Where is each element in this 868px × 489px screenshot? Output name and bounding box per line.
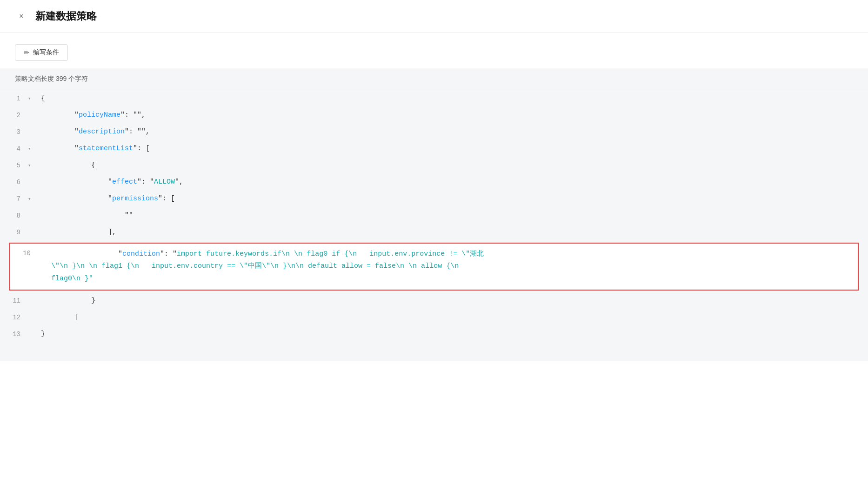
line-number-4: 4 [0,141,28,156]
line-content-11: } [37,293,868,308]
line-content-12: ] [37,310,868,325]
code-line-9: 9 ], [0,224,868,241]
line-toggle-1[interactable]: ▾ [28,91,37,106]
line-toggle-4[interactable]: ▾ [28,141,37,156]
pen-icon: ✏ [24,49,29,56]
close-icon: × [19,12,23,20]
line-number-10: 10 [10,248,38,259]
code-editor[interactable]: 1 ▾ { 2 "policyName": "", 3 "description… [0,90,868,361]
line-number-1: 1 [0,91,28,106]
line-content-13: } [37,327,868,342]
highlighted-block: 10 "condition": "import future.keywords.… [9,243,859,291]
line-number-12: 12 [0,310,28,325]
code-line-12: 12 ] [0,309,868,326]
close-button[interactable]: × [15,10,28,23]
code-line-7: 7 ▾ "permissions": [ [0,191,868,207]
line-content-3: "description": "", [37,125,868,139]
line-content-10: "condition": "import future.keywords.if\… [47,248,858,285]
line-toggle-5[interactable]: ▾ [28,158,37,173]
page-title: 新建数据策略 [35,9,97,23]
code-line-13: 13 } [0,326,868,343]
doc-info-bar: 策略文档长度 399 个字符 [0,68,868,90]
line-number-13: 13 [0,327,28,342]
line-number-11: 11 [0,293,28,308]
line-content-5: { [37,158,868,173]
line-number-6: 6 [0,175,28,190]
header: × 新建数据策略 [0,0,868,33]
line-number-5: 5 [0,158,28,173]
code-line-2: 2 "policyName": "", [0,107,868,124]
line-toggle-7[interactable]: ▾ [28,192,37,206]
line-number-3: 3 [0,125,28,139]
toolbar: ✏ 编写条件 [0,33,868,68]
code-line-6: 6 "effect": "ALLOW", [0,174,868,191]
line-content-4: "statementList": [ [37,141,868,156]
line-number-8: 8 [0,208,28,223]
line-number-9: 9 [0,225,28,240]
line-content-8: "" [37,208,868,223]
line-number-7: 7 [0,192,28,206]
page-container: × 新建数据策略 ✏ 编写条件 策略文档长度 399 个字符 1 ▾ { 2 "… [0,0,868,489]
doc-length-text: 策略文档长度 399 个字符 [15,75,88,82]
code-line-11: 11 } [0,292,868,309]
line-content-9: ], [37,225,868,240]
code-line-1: 1 ▾ { [0,90,868,107]
code-line-4: 4 ▾ "statementList": [ [0,140,868,157]
code-line-3: 3 "description": "", [0,124,868,140]
code-line-5: 5 ▾ { [0,157,868,174]
edit-condition-button[interactable]: ✏ 编写条件 [15,44,68,61]
line-content-1: { [37,91,868,106]
code-line-8: 8 "" [0,207,868,224]
line-content-7: "permissions": [ [37,192,868,206]
line-content-2: "policyName": "", [37,108,868,123]
edit-condition-label: 编写条件 [33,48,59,57]
line-content-6: "effect": "ALLOW", [37,175,868,190]
line-number-2: 2 [0,108,28,123]
